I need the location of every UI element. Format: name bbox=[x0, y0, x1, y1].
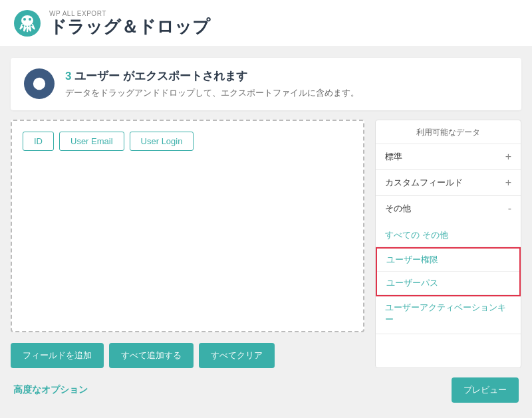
svg-point-1 bbox=[21, 15, 33, 26]
action-buttons: フィールドを追加 すべて追加する すべてクリア bbox=[11, 343, 375, 368]
section-header-other[interactable]: その他- bbox=[376, 196, 521, 221]
left-panel-wrapper: IDUser EmailUser Login フィールドを追加 すべて追加する … bbox=[11, 120, 375, 368]
info-icon-circle bbox=[24, 68, 55, 99]
header-text: WP ALL EXPORT ドラッグ＆ドロップ bbox=[49, 10, 210, 37]
panel-item-all-other[interactable]: すべての その他 bbox=[376, 224, 521, 247]
download-icon bbox=[32, 76, 47, 91]
logo-icon bbox=[13, 9, 41, 37]
advanced-options-link[interactable]: 高度なオプション bbox=[13, 384, 88, 396]
panel-item-user-pass[interactable]: ユーザーパス bbox=[377, 272, 519, 295]
page-wrapper: WP ALL EXPORT ドラッグ＆ドロップ 3 ユーザー がエクスポートされ… bbox=[0, 0, 532, 418]
right-panel: 利用可能なデータ 標準+カスタムフィールド+その他-すべての その他ユーザー権限… bbox=[375, 120, 521, 368]
field-chip-field-login[interactable]: User Login bbox=[130, 132, 194, 151]
export-description: データをドラッグアンドドロップして、エクスポートファイルに含めます。 bbox=[65, 86, 359, 100]
bottom-bar: 高度なオプション プレビュー bbox=[11, 377, 521, 403]
highlighted-items-group: ユーザー権限ユーザーパス bbox=[376, 247, 521, 296]
svg-point-2 bbox=[23, 18, 26, 21]
drop-fields: IDUser EmailUser Login bbox=[23, 132, 352, 151]
field-chip-field-email[interactable]: User Email bbox=[59, 132, 124, 151]
preview-button[interactable]: プレビュー bbox=[452, 377, 519, 403]
add-all-button[interactable]: すべて追加する bbox=[109, 343, 194, 368]
info-banner: 3 ユーザー がエクスポートされます データをドラッグアンドドロップして、エクス… bbox=[11, 58, 521, 110]
drop-zone[interactable]: IDUser EmailUser Login bbox=[11, 120, 364, 332]
panel-item-user-role[interactable]: ユーザー権限 bbox=[377, 249, 519, 272]
clear-all-button[interactable]: すべてクリア bbox=[199, 343, 275, 368]
info-text: 3 ユーザー がエクスポートされます データをドラッグアンドドロップして、エクス… bbox=[65, 68, 359, 100]
header: WP ALL EXPORT ドラッグ＆ドロップ bbox=[0, 0, 532, 47]
field-chip-field-id[interactable]: ID bbox=[23, 132, 54, 151]
panel-scroll[interactable]: 標準+カスタムフィールド+その他-すべての その他ユーザー権限ユーザーパスユーザ… bbox=[376, 144, 521, 334]
panel-section-standard: 標準+ bbox=[376, 144, 521, 170]
add-field-button[interactable]: フィールドを追加 bbox=[11, 343, 104, 368]
main-content: IDUser EmailUser Login フィールドを追加 すべて追加する … bbox=[11, 120, 521, 368]
panel-section-other: その他-すべての その他ユーザー権限ユーザーパスユーザーアクティベーションキー bbox=[376, 196, 521, 334]
page-title: ドラッグ＆ドロップ bbox=[49, 17, 210, 37]
svg-point-3 bbox=[29, 18, 31, 21]
section-header-custom-fields[interactable]: カスタムフィールド+ bbox=[376, 170, 521, 195]
panel-section-custom-fields: カスタムフィールド+ bbox=[376, 170, 521, 196]
export-heading: 3 ユーザー がエクスポートされます bbox=[65, 68, 359, 84]
available-data-header: 利用可能なデータ bbox=[376, 120, 521, 144]
section-header-standard[interactable]: 標準+ bbox=[376, 144, 521, 169]
panel-item-user-activation[interactable]: ユーザーアクティベーションキー bbox=[376, 296, 521, 331]
section-content-other: すべての その他ユーザー権限ユーザーパスユーザーアクティベーションキー bbox=[376, 221, 521, 334]
